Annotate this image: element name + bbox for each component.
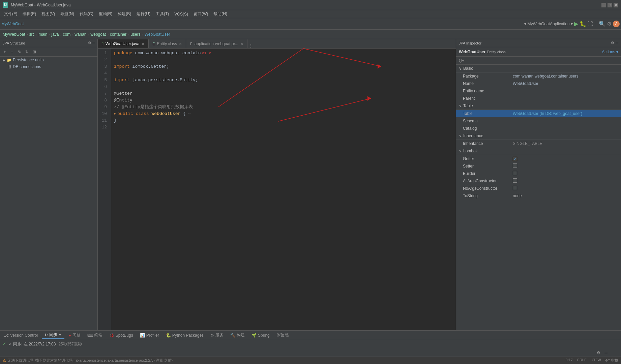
tab-sync[interactable]: ↻ 同步 ∨ [42, 331, 64, 339]
breadcrumb-webgoat[interactable]: webgoat [91, 32, 106, 37]
panel-header-actions[interactable]: ⚙ ─ [88, 41, 95, 45]
menu-window[interactable]: 窗口(W) [191, 10, 211, 18]
tab-version-control[interactable]: ⎇ Version Control [1, 332, 40, 338]
section-basic[interactable]: ∨ Basic [456, 65, 621, 72]
tab-build[interactable]: 🔨 构建 [228, 332, 247, 339]
menu-code[interactable]: 代码(C) [77, 10, 96, 18]
code-line-4 [114, 70, 453, 77]
noargs-checkbox[interactable] [513, 186, 517, 190]
breadcrumb-com[interactable]: com [63, 32, 71, 37]
menu-refactor[interactable]: 重构(R) [96, 10, 115, 18]
property-entity-name-label: Entity name [456, 89, 510, 93]
inspector-search[interactable]: Q+ [456, 57, 621, 65]
close-button[interactable]: ✕ [614, 3, 618, 7]
edit-button[interactable]: ✎ [16, 49, 23, 55]
property-getter-value[interactable]: ✓ [510, 156, 621, 161]
menu-help[interactable]: 帮助(H) [211, 10, 230, 18]
menu-navigate[interactable]: 导航(N) [58, 10, 77, 18]
panel-settings-icon[interactable]: ⚙ [88, 41, 91, 45]
section-lombok[interactable]: ∨ Lombok [456, 147, 621, 155]
tab-application-close[interactable]: ✕ [240, 42, 243, 46]
menu-tools[interactable]: 工具(T) [153, 10, 172, 18]
close-icon-bottom[interactable]: ─ [604, 351, 608, 355]
tab-services[interactable]: ⚙ 服务 [208, 332, 226, 339]
profiler-icon: 📊 [140, 333, 145, 338]
tab-spring[interactable]: 🌱 Spring [249, 332, 272, 338]
tab-experience[interactable]: 体验感 [274, 332, 291, 339]
coverage-button[interactable]: ⛶ [588, 21, 593, 27]
property-noargs-label: NoArgsConstructor [456, 186, 510, 191]
section-table[interactable]: ∨ Table [456, 102, 621, 110]
build-icon: 🔨 [230, 333, 235, 338]
section-inheritance[interactable]: ∨ Inheritance [456, 132, 621, 140]
inspector-hide-icon[interactable]: ─ [616, 41, 618, 45]
inspector-header-actions: ⚙ ─ [611, 41, 618, 45]
tab-problems[interactable]: ● 问题 [66, 332, 83, 339]
menu-view[interactable]: 视图(V) [39, 10, 58, 18]
settings-icon-bottom[interactable]: ⚙ [597, 351, 600, 355]
breadcrumb-users[interactable]: users [130, 32, 140, 37]
lombok-label: Lombok [463, 149, 478, 153]
add-button[interactable]: + [1, 49, 8, 55]
allargs-checkbox[interactable] [513, 178, 517, 183]
breadcrumb-webgoatuser[interactable]: WebGoatUser [145, 32, 170, 37]
tab-profiler[interactable]: 📊 Profiler [137, 332, 162, 338]
line-num-5: 5 [99, 77, 110, 84]
basic-chevron-icon: ∨ [459, 66, 462, 71]
line-num-11: 11 [99, 117, 110, 124]
fold-icon[interactable]: ▶ [114, 111, 116, 117]
run-config-selector[interactable]: ▾ MyWebGoatApplication ▾ [524, 22, 573, 26]
maximize-button[interactable]: □ [608, 3, 612, 7]
property-noargs-value[interactable] [510, 186, 621, 191]
menu-edit[interactable]: 编辑(E) [20, 10, 39, 18]
db-connections-item[interactable]: 🗄 DB connections [0, 63, 97, 70]
tab-application[interactable]: P application-webgoat.pr... ✕ [186, 39, 247, 48]
tab-spotbugs[interactable]: 🐞 SpotBugs [107, 332, 136, 338]
breadcrumb-mywebgoat[interactable]: MyWebGoat [3, 32, 25, 37]
refresh-button[interactable]: ↻ [24, 49, 30, 55]
line-num-6: 6 [99, 84, 110, 90]
tab-webgoatuser-label: WebGoatUser.java [106, 41, 140, 46]
menu-file[interactable]: 文件(F) [1, 10, 20, 18]
persistence-units-item[interactable]: ▶ 📁 Persistence units [0, 57, 97, 63]
menu-build[interactable]: 构建(B) [115, 10, 134, 18]
title-bar-left: IJ MyWebGoat - WebGoatUser.java [3, 2, 71, 8]
property-builder-value[interactable] [510, 171, 621, 176]
getter-checkbox[interactable]: ✓ [513, 157, 517, 161]
property-allargs-value[interactable] [510, 178, 621, 184]
more-tabs-button[interactable]: ⋮ [249, 43, 253, 48]
expand-button[interactable]: ⊞ [31, 49, 38, 55]
breadcrumb-wanan[interactable]: wanan [75, 32, 86, 37]
user-avatar[interactable]: A [613, 21, 620, 27]
breadcrumb-src[interactable]: src [29, 32, 34, 37]
minimize-button[interactable]: ─ [601, 3, 606, 7]
tab-webgoatuser[interactable]: J WebGoatUser.java ✕ [98, 39, 149, 48]
debug-button[interactable]: 🐛 [580, 21, 586, 27]
property-setter-value[interactable] [510, 163, 621, 169]
settings-button[interactable]: ⚙ [607, 21, 612, 27]
tab-entity-class[interactable]: E Entity.class ✕ [149, 39, 186, 48]
code-content[interactable]: package com.wanan.webgoat.contain ⊕1 ∨ i… [111, 49, 456, 330]
tab-python[interactable]: 🐍 Python Packages [163, 332, 206, 338]
setter-checkbox[interactable] [513, 163, 517, 168]
menu-run[interactable]: 运行(U) [134, 10, 153, 18]
tab-webgoatuser-close[interactable]: ✕ [142, 42, 144, 46]
breadcrumb-main[interactable]: main [38, 32, 47, 37]
breadcrumb-java[interactable]: java [51, 32, 59, 37]
panel-hide-icon[interactable]: ─ [92, 41, 95, 45]
tab-entity-close[interactable]: ✕ [179, 42, 182, 46]
tab-terminal[interactable]: ⌨ 终端 [85, 332, 105, 339]
property-table[interactable]: Table WebGoatUser (In DB: web_goat_user) [456, 110, 621, 117]
title-bar-controls[interactable]: ─ □ ✕ [601, 3, 618, 7]
search-everywhere-button[interactable]: 🔍 [599, 21, 605, 27]
terminal-icon: ⌨ [87, 333, 93, 338]
builder-checkbox[interactable] [513, 171, 517, 175]
run-button[interactable]: ▶ [574, 21, 578, 27]
property-name: Name WebGoatUser [456, 80, 621, 87]
breadcrumb-container[interactable]: container [110, 32, 126, 37]
remove-button[interactable]: − [9, 49, 16, 55]
line-numbers: 1 2 3 4 5 6 7 8 9 10 11 12 [98, 49, 111, 330]
inspector-actions-button[interactable]: Actions ▾ [602, 50, 618, 54]
inspector-settings-icon[interactable]: ⚙ [611, 41, 614, 45]
menu-vcs[interactable]: VCS(S) [172, 11, 191, 17]
